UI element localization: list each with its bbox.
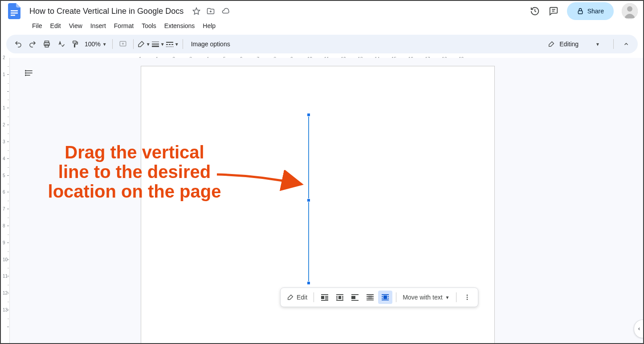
menu-insert[interactable]: Insert bbox=[87, 20, 110, 31]
paint-format-button[interactable] bbox=[69, 37, 82, 51]
account-avatar[interactable] bbox=[622, 3, 638, 19]
svg-rect-11 bbox=[73, 41, 77, 43]
svg-rect-29 bbox=[321, 296, 324, 299]
add-comment-button[interactable] bbox=[116, 37, 130, 51]
wrap-text-button[interactable] bbox=[333, 291, 347, 304]
redo-button[interactable] bbox=[26, 37, 39, 51]
comments-icon[interactable] bbox=[548, 6, 559, 16]
svg-point-60 bbox=[466, 299, 468, 300]
menu-view[interactable]: View bbox=[65, 20, 86, 31]
move-icon[interactable] bbox=[207, 7, 215, 15]
share-label: Share bbox=[587, 8, 604, 15]
resize-handle-top[interactable] bbox=[307, 113, 310, 117]
border-weight-button[interactable]: ▼ bbox=[151, 37, 165, 51]
document-canvas[interactable]: Drag the vertical line to the desired lo… bbox=[10, 58, 643, 343]
show-side-panel-button[interactable] bbox=[634, 320, 643, 338]
more-options-button[interactable] bbox=[460, 291, 474, 304]
svg-rect-44 bbox=[351, 296, 355, 299]
svg-point-7 bbox=[627, 6, 632, 12]
annotation-text: Drag the vertical line to the desired lo… bbox=[45, 142, 224, 201]
edit-button[interactable]: Edit bbox=[284, 291, 310, 304]
svg-rect-2 bbox=[11, 15, 15, 16]
chevron-down-icon: ▼ bbox=[160, 42, 165, 47]
svg-point-25 bbox=[25, 70, 26, 71]
chevron-down-icon: ▼ bbox=[175, 42, 179, 47]
chevron-down-icon: ▼ bbox=[595, 42, 600, 47]
move-with-text-button[interactable]: Move with text ▼ bbox=[400, 291, 452, 304]
svg-rect-5 bbox=[578, 11, 582, 14]
toolbar: 100%▼ ▼ ▼ ▼ Image options Editing ▼ bbox=[6, 35, 638, 53]
menu-bar: File Edit View Insert Format Tools Exten… bbox=[1, 19, 643, 33]
print-button[interactable] bbox=[40, 37, 53, 51]
resize-handle-bottom[interactable] bbox=[307, 281, 310, 285]
pencil-icon bbox=[548, 40, 555, 48]
show-outline-button[interactable] bbox=[22, 66, 37, 80]
undo-button[interactable] bbox=[12, 37, 25, 51]
border-dash-button[interactable]: ▼ bbox=[166, 37, 179, 51]
svg-rect-57 bbox=[383, 295, 387, 299]
menu-edit[interactable]: Edit bbox=[47, 20, 65, 31]
star-icon[interactable] bbox=[192, 7, 200, 15]
front-text-button[interactable] bbox=[378, 291, 392, 304]
menu-tools[interactable]: Tools bbox=[138, 20, 160, 31]
chevron-down-icon: ▼ bbox=[445, 295, 450, 300]
zoom-select[interactable]: 100%▼ bbox=[83, 40, 109, 48]
history-icon[interactable] bbox=[530, 6, 540, 16]
chevron-down-icon: ▼ bbox=[102, 42, 107, 47]
pencil-icon bbox=[287, 294, 294, 301]
svg-point-27 bbox=[25, 75, 26, 76]
svg-point-58 bbox=[466, 295, 468, 296]
image-options-button[interactable]: Image options bbox=[187, 40, 235, 48]
break-text-button[interactable] bbox=[348, 291, 362, 304]
spellcheck-button[interactable] bbox=[54, 37, 68, 51]
resize-handle-middle[interactable] bbox=[307, 198, 310, 202]
document-title[interactable]: How to Create Vertical Line in Google Do… bbox=[27, 6, 186, 17]
docs-logo-icon[interactable] bbox=[6, 3, 22, 19]
share-button[interactable]: Share bbox=[567, 2, 614, 20]
svg-rect-1 bbox=[11, 12, 18, 14]
svg-rect-0 bbox=[11, 10, 18, 12]
menu-extensions[interactable]: Extensions bbox=[161, 20, 198, 31]
annotation-arrow-icon bbox=[215, 170, 308, 197]
lock-icon bbox=[577, 8, 584, 15]
menu-file[interactable]: File bbox=[29, 20, 46, 31]
menu-format[interactable]: Format bbox=[110, 20, 137, 31]
border-color-button[interactable]: ▼ bbox=[137, 37, 151, 51]
chevron-down-icon: ▼ bbox=[146, 42, 151, 47]
svg-point-59 bbox=[466, 297, 468, 298]
wrap-inline-button[interactable] bbox=[318, 291, 332, 304]
behind-text-button[interactable] bbox=[363, 291, 377, 304]
vertical-ruler[interactable]: 2112345678910111213 bbox=[1, 58, 10, 343]
cloud-status-icon[interactable] bbox=[221, 7, 230, 15]
image-context-toolbar: Edit Move with text ▼ bbox=[280, 287, 478, 307]
svg-rect-35 bbox=[338, 296, 341, 299]
svg-point-26 bbox=[25, 73, 26, 73]
hide-menus-button[interactable] bbox=[620, 38, 632, 50]
editing-mode-button[interactable]: Editing ▼ bbox=[541, 40, 607, 48]
menu-help[interactable]: Help bbox=[199, 20, 219, 31]
